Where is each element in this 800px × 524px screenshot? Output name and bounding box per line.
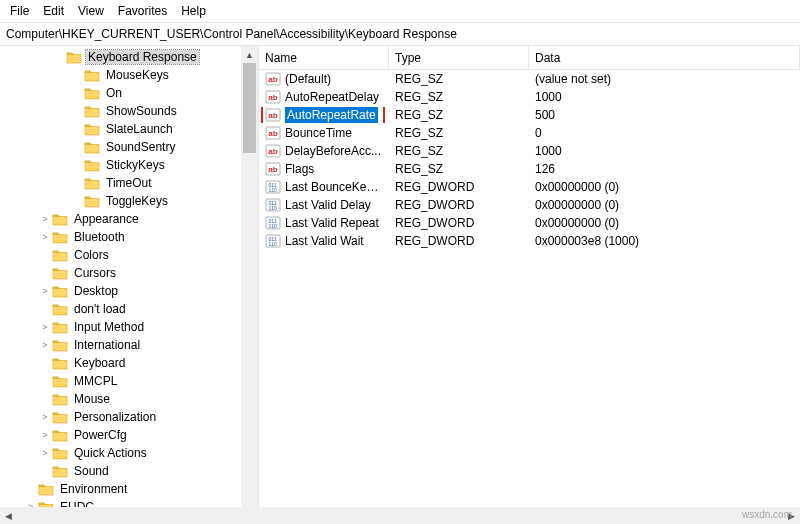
tree-item-label: Personalization [72,410,158,424]
tree-item-label: Mouse [72,392,112,406]
tree-item-label: International [72,338,142,352]
tree-item-desktop[interactable]: >Desktop [0,282,258,300]
value-type: REG_SZ [389,162,529,176]
value-type: REG_SZ [389,90,529,104]
tree-item-powercfg[interactable]: >PowerCfg [0,426,258,444]
tree-item-label: On [104,86,124,100]
column-header-type[interactable]: Type [389,46,529,69]
value-row[interactable]: abDelayBeforeAcc...REG_SZ1000 [259,142,800,160]
value-row[interactable]: ab(Default)REG_SZ(value not set) [259,70,800,88]
tree-item-stickykeys[interactable]: StickyKeys [0,156,258,174]
tree-item-input-method[interactable]: >Input Method [0,318,258,336]
scrollbar-thumb[interactable] [243,63,256,153]
tree-expander-icon[interactable]: > [38,232,52,242]
menu-view[interactable]: View [72,2,110,20]
tree-item-label: Appearance [72,212,141,226]
tree-item-environment[interactable]: Environment [0,480,258,498]
tree-item-keyboard-response[interactable]: Keyboard Response [0,48,258,66]
tree-item-label: PowerCfg [72,428,129,442]
dword-value-icon: 011110 [265,197,281,213]
address-bar[interactable]: Computer\HKEY_CURRENT_USER\Control Panel… [0,22,800,46]
value-data: 0x00000000 (0) [529,198,800,212]
value-data: (value not set) [529,72,800,86]
tree-expander-icon[interactable]: > [38,286,52,296]
tree-item-appearance[interactable]: >Appearance [0,210,258,228]
value-type: REG_DWORD [389,198,529,212]
column-header-data[interactable]: Data [529,46,800,69]
value-name: Last Valid Delay [285,198,371,212]
tree-expander-icon[interactable]: > [38,430,52,440]
svg-text:ab: ab [268,93,277,102]
menu-edit[interactable]: Edit [37,2,70,20]
tree-vertical-scrollbar[interactable]: ▲ ▼ [241,46,258,524]
tree-expander-icon[interactable]: > [38,412,52,422]
value-type: REG_SZ [389,72,529,86]
tree-item-label: Keyboard Response [86,50,199,64]
tree-item-bluetooth[interactable]: >Bluetooth [0,228,258,246]
folder-icon [52,302,68,316]
folder-icon [52,392,68,406]
svg-text:110: 110 [269,187,278,193]
folder-icon [52,410,68,424]
tree-item-sound[interactable]: Sound [0,462,258,480]
tree-item-label: MMCPL [72,374,119,388]
tree-item-personalization[interactable]: >Personalization [0,408,258,426]
menu-help[interactable]: Help [175,2,212,20]
tree-item-on[interactable]: On [0,84,258,102]
tree-item-mousekeys[interactable]: MouseKeys [0,66,258,84]
value-row[interactable]: 011110Last Valid WaitREG_DWORD0x000003e8… [259,232,800,250]
value-type: REG_SZ [389,108,529,122]
value-name: (Default) [285,72,331,86]
folder-icon [84,86,100,100]
string-value-icon: ab [265,161,281,177]
tree-item-quick-actions[interactable]: >Quick Actions [0,444,258,462]
value-name: AutoRepeatRate [285,107,378,123]
tree-item-label: Bluetooth [72,230,127,244]
tree-item-cursors[interactable]: Cursors [0,264,258,282]
value-data: 0x00000000 (0) [529,216,800,230]
value-row[interactable]: 011110Last Valid RepeatREG_DWORD0x000000… [259,214,800,232]
scroll-up-arrow-icon[interactable]: ▲ [241,46,258,63]
value-row[interactable]: 011110Last BounceKey ...REG_DWORD0x00000… [259,178,800,196]
value-name: BounceTime [285,126,352,140]
tree-item-label: Environment [58,482,129,496]
tree-item-label: SlateLaunch [104,122,175,136]
value-name: Flags [285,162,314,176]
tree-expander-icon[interactable]: > [38,448,52,458]
menu-file[interactable]: File [4,2,35,20]
tree-expander-icon[interactable]: > [38,322,52,332]
folder-icon [52,374,68,388]
tree-item-don-t-load[interactable]: don't load [0,300,258,318]
value-row[interactable]: abAutoRepeatRateREG_SZ500 [259,106,800,124]
tree-expander-icon[interactable]: > [38,214,52,224]
folder-icon [52,230,68,244]
tree-item-showsounds[interactable]: ShowSounds [0,102,258,120]
tree-item-mouse[interactable]: Mouse [0,390,258,408]
column-header-name[interactable]: Name [259,46,389,69]
folder-icon [84,122,100,136]
folder-icon [66,50,82,64]
tree-item-label: Input Method [72,320,146,334]
tree-item-mmcpl[interactable]: MMCPL [0,372,258,390]
tree-item-colors[interactable]: Colors [0,246,258,264]
scroll-left-arrow-icon[interactable]: ◀ [0,507,17,524]
horizontal-scrollbar[interactable]: ◀ ▶ [0,507,800,524]
value-data: 0x000003e8 (1000) [529,234,800,248]
tree-item-soundsentry[interactable]: SoundSentry [0,138,258,156]
tree-expander-icon[interactable]: > [38,340,52,350]
tree-item-keyboard[interactable]: Keyboard [0,354,258,372]
menu-bar: File Edit View Favorites Help [0,0,800,22]
value-row[interactable]: 011110Last Valid DelayREG_DWORD0x0000000… [259,196,800,214]
tree-item-label: TimeOut [104,176,154,190]
tree-item-international[interactable]: >International [0,336,258,354]
tree-item-timeout[interactable]: TimeOut [0,174,258,192]
menu-favorites[interactable]: Favorites [112,2,173,20]
value-row[interactable]: abFlagsREG_SZ126 [259,160,800,178]
value-row[interactable]: abAutoRepeatDelayREG_SZ1000 [259,88,800,106]
value-data: 500 [529,108,800,122]
tree-item-label: Quick Actions [72,446,149,460]
dword-value-icon: 011110 [265,233,281,249]
tree-item-slatelaunch[interactable]: SlateLaunch [0,120,258,138]
tree-item-togglekeys[interactable]: ToggleKeys [0,192,258,210]
value-row[interactable]: abBounceTimeREG_SZ0 [259,124,800,142]
